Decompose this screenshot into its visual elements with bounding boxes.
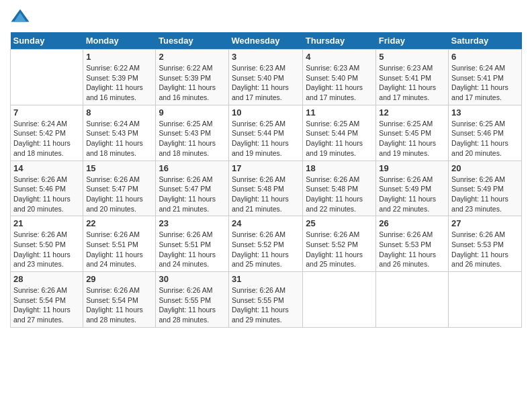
calendar-cell: 21Sunrise: 6:26 AMSunset: 5:50 PMDayligh… xyxy=(11,216,83,272)
day-number: 20 xyxy=(451,163,519,173)
weekday-header-saturday: Saturday xyxy=(449,32,522,50)
calendar-header: SundayMondayTuesdayWednesdayThursdayFrid… xyxy=(11,32,522,50)
day-number: 29 xyxy=(86,274,152,284)
day-number: 3 xyxy=(232,52,300,62)
day-number: 8 xyxy=(86,107,152,118)
day-number: 19 xyxy=(379,163,445,173)
calendar-week-4: 21Sunrise: 6:26 AMSunset: 5:50 PMDayligh… xyxy=(11,216,522,272)
day-number: 6 xyxy=(451,52,519,62)
day-number: 31 xyxy=(232,274,300,284)
calendar-cell xyxy=(376,272,449,328)
day-number: 28 xyxy=(13,274,80,284)
weekday-header-wednesday: Wednesday xyxy=(229,32,303,50)
calendar-cell: 15Sunrise: 6:26 AMSunset: 5:47 PMDayligh… xyxy=(83,161,156,216)
day-number: 14 xyxy=(13,163,80,173)
weekday-row: SundayMondayTuesdayWednesdayThursdayFrid… xyxy=(11,32,522,50)
logo xyxy=(10,7,33,27)
day-info: Sunrise: 6:26 AMSunset: 5:46 PMDaylight:… xyxy=(13,175,80,214)
calendar-cell: 7Sunrise: 6:24 AMSunset: 5:42 PMDaylight… xyxy=(11,105,83,161)
day-number: 21 xyxy=(13,218,80,228)
day-info: Sunrise: 6:23 AMSunset: 5:40 PMDaylight:… xyxy=(306,63,373,103)
day-number: 17 xyxy=(232,163,300,173)
calendar-cell: 25Sunrise: 6:26 AMSunset: 5:52 PMDayligh… xyxy=(303,216,376,272)
weekday-header-friday: Friday xyxy=(376,32,449,50)
day-info: Sunrise: 6:26 AMSunset: 5:52 PMDaylight:… xyxy=(306,230,373,269)
calendar-body: 1Sunrise: 6:22 AMSunset: 5:39 PMDaylight… xyxy=(11,50,522,328)
day-number: 24 xyxy=(232,218,300,228)
day-info: Sunrise: 6:26 AMSunset: 5:51 PMDaylight:… xyxy=(159,230,226,269)
calendar-cell: 31Sunrise: 6:26 AMSunset: 5:55 PMDayligh… xyxy=(229,272,303,328)
weekday-header-tuesday: Tuesday xyxy=(156,32,229,50)
day-info: Sunrise: 6:26 AMSunset: 5:55 PMDaylight:… xyxy=(232,285,300,325)
day-number: 9 xyxy=(159,107,226,118)
calendar-cell: 26Sunrise: 6:26 AMSunset: 5:53 PMDayligh… xyxy=(376,216,449,272)
day-info: Sunrise: 6:26 AMSunset: 5:54 PMDaylight:… xyxy=(86,285,152,325)
day-number: 25 xyxy=(306,218,373,228)
header xyxy=(10,7,522,27)
day-info: Sunrise: 6:24 AMSunset: 5:42 PMDaylight:… xyxy=(13,119,80,158)
day-number: 22 xyxy=(86,218,152,228)
calendar-cell: 10Sunrise: 6:25 AMSunset: 5:44 PMDayligh… xyxy=(229,105,303,161)
calendar-cell: 8Sunrise: 6:24 AMSunset: 5:43 PMDaylight… xyxy=(83,105,156,161)
calendar-cell: 20Sunrise: 6:26 AMSunset: 5:49 PMDayligh… xyxy=(449,161,522,216)
calendar-week-2: 7Sunrise: 6:24 AMSunset: 5:42 PMDaylight… xyxy=(11,105,522,161)
calendar-table: SundayMondayTuesdayWednesdayThursdayFrid… xyxy=(10,32,522,328)
calendar-week-5: 28Sunrise: 6:26 AMSunset: 5:54 PMDayligh… xyxy=(11,272,522,328)
calendar-cell: 2Sunrise: 6:22 AMSunset: 5:39 PMDaylight… xyxy=(156,50,229,105)
day-info: Sunrise: 6:26 AMSunset: 5:53 PMDaylight:… xyxy=(379,230,445,269)
calendar-cell: 30Sunrise: 6:26 AMSunset: 5:55 PMDayligh… xyxy=(156,272,229,328)
calendar-cell: 1Sunrise: 6:22 AMSunset: 5:39 PMDaylight… xyxy=(83,50,156,105)
calendar-cell: 27Sunrise: 6:26 AMSunset: 5:53 PMDayligh… xyxy=(449,216,522,272)
calendar-cell xyxy=(303,272,376,328)
day-number: 23 xyxy=(159,218,226,228)
calendar-cell: 11Sunrise: 6:25 AMSunset: 5:44 PMDayligh… xyxy=(303,105,376,161)
day-number: 5 xyxy=(379,52,445,62)
calendar-cell: 4Sunrise: 6:23 AMSunset: 5:40 PMDaylight… xyxy=(303,50,376,105)
calendar-week-3: 14Sunrise: 6:26 AMSunset: 5:46 PMDayligh… xyxy=(11,161,522,216)
calendar-cell: 28Sunrise: 6:26 AMSunset: 5:54 PMDayligh… xyxy=(11,272,83,328)
day-info: Sunrise: 6:25 AMSunset: 5:43 PMDaylight:… xyxy=(159,119,226,158)
day-number: 15 xyxy=(86,163,152,173)
day-number: 26 xyxy=(379,218,445,228)
day-info: Sunrise: 6:26 AMSunset: 5:47 PMDaylight:… xyxy=(159,175,226,214)
day-info: Sunrise: 6:25 AMSunset: 5:44 PMDaylight:… xyxy=(306,119,373,158)
day-number: 10 xyxy=(232,107,300,118)
day-info: Sunrise: 6:26 AMSunset: 5:47 PMDaylight:… xyxy=(86,175,152,214)
day-number: 18 xyxy=(306,163,373,173)
day-info: Sunrise: 6:25 AMSunset: 5:44 PMDaylight:… xyxy=(232,119,300,158)
logo-icon xyxy=(10,7,30,27)
calendar-cell: 17Sunrise: 6:26 AMSunset: 5:48 PMDayligh… xyxy=(229,161,303,216)
day-info: Sunrise: 6:22 AMSunset: 5:39 PMDaylight:… xyxy=(86,63,152,103)
calendar-cell: 19Sunrise: 6:26 AMSunset: 5:49 PMDayligh… xyxy=(376,161,449,216)
calendar-cell: 6Sunrise: 6:24 AMSunset: 5:41 PMDaylight… xyxy=(449,50,522,105)
calendar-cell xyxy=(449,272,522,328)
calendar-cell: 16Sunrise: 6:26 AMSunset: 5:47 PMDayligh… xyxy=(156,161,229,216)
calendar-week-1: 1Sunrise: 6:22 AMSunset: 5:39 PMDaylight… xyxy=(11,50,522,105)
day-number: 27 xyxy=(451,218,519,228)
calendar-cell: 14Sunrise: 6:26 AMSunset: 5:46 PMDayligh… xyxy=(11,161,83,216)
day-number: 4 xyxy=(306,52,373,62)
page-container: SundayMondayTuesdayWednesdayThursdayFrid… xyxy=(0,0,532,334)
day-number: 13 xyxy=(451,107,519,118)
day-info: Sunrise: 6:25 AMSunset: 5:45 PMDaylight:… xyxy=(379,119,445,158)
day-info: Sunrise: 6:26 AMSunset: 5:52 PMDaylight:… xyxy=(232,230,300,269)
day-number: 16 xyxy=(159,163,226,173)
calendar-cell: 22Sunrise: 6:26 AMSunset: 5:51 PMDayligh… xyxy=(83,216,156,272)
day-info: Sunrise: 6:26 AMSunset: 5:53 PMDaylight:… xyxy=(451,230,519,269)
day-info: Sunrise: 6:24 AMSunset: 5:43 PMDaylight:… xyxy=(86,119,152,158)
calendar-cell: 29Sunrise: 6:26 AMSunset: 5:54 PMDayligh… xyxy=(83,272,156,328)
calendar-cell: 5Sunrise: 6:23 AMSunset: 5:41 PMDaylight… xyxy=(376,50,449,105)
calendar-cell: 13Sunrise: 6:25 AMSunset: 5:46 PMDayligh… xyxy=(449,105,522,161)
calendar-cell: 3Sunrise: 6:23 AMSunset: 5:40 PMDaylight… xyxy=(229,50,303,105)
day-info: Sunrise: 6:26 AMSunset: 5:48 PMDaylight:… xyxy=(232,175,300,214)
weekday-header-monday: Monday xyxy=(83,32,156,50)
day-info: Sunrise: 6:26 AMSunset: 5:51 PMDaylight:… xyxy=(86,230,152,269)
calendar-cell: 24Sunrise: 6:26 AMSunset: 5:52 PMDayligh… xyxy=(229,216,303,272)
calendar-cell xyxy=(11,50,83,105)
day-number: 30 xyxy=(159,274,226,284)
day-info: Sunrise: 6:23 AMSunset: 5:41 PMDaylight:… xyxy=(379,63,445,103)
day-info: Sunrise: 6:26 AMSunset: 5:50 PMDaylight:… xyxy=(13,230,80,269)
day-info: Sunrise: 6:22 AMSunset: 5:39 PMDaylight:… xyxy=(159,63,226,103)
day-number: 11 xyxy=(306,107,373,118)
weekday-header-thursday: Thursday xyxy=(303,32,376,50)
